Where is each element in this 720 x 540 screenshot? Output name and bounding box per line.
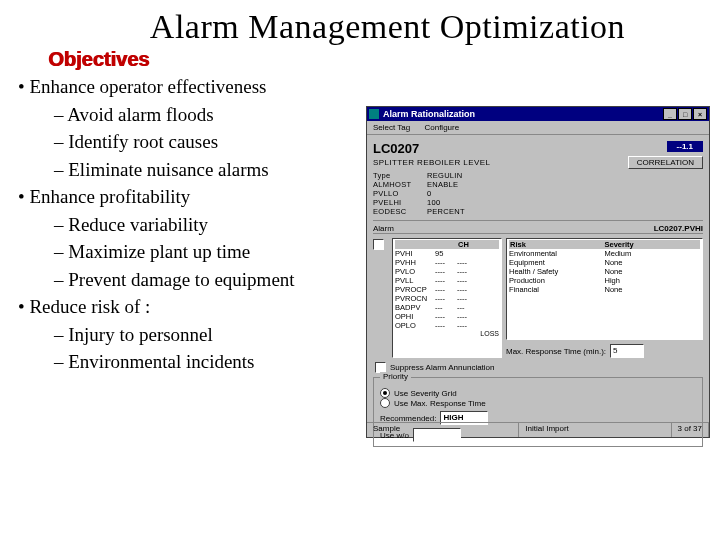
alarm-row[interactable]: PVLO--------	[395, 267, 499, 276]
param-value: 100	[427, 198, 703, 207]
priority-title: Priority	[380, 372, 411, 381]
header-badge: --1.1	[667, 141, 703, 152]
risk-list[interactable]: RiskSeverityEnvironmentalMediumEquipment…	[506, 238, 703, 340]
alarm-row[interactable]: PVROCN--------	[395, 294, 499, 303]
titlebar: Alarm Rationalization _ □ ×	[367, 107, 709, 121]
risk-row[interactable]: EquipmentNone	[509, 258, 700, 267]
app-window: Alarm Rationalization _ □ × Select Tag C…	[366, 106, 710, 438]
menu-configure[interactable]: Configure	[424, 123, 459, 132]
param-key: PVELHI	[373, 198, 427, 207]
param-value: PERCENT	[427, 207, 703, 216]
slide-title: Alarm Management Optimization	[55, 8, 720, 46]
param-value: 0	[427, 189, 703, 198]
opt1-label: Use Severity Grid	[394, 389, 457, 398]
close-button[interactable]: ×	[693, 108, 707, 120]
suppress-label: Suppress Alarm Annunciation	[390, 363, 495, 372]
radio-severity-grid[interactable]	[380, 388, 390, 398]
alarm-row[interactable]: OPLO--------	[395, 321, 499, 330]
risk-row[interactable]: ProductionHigh	[509, 276, 700, 285]
param-grid: TypeREGULINALMHOSTENABLEPVLLO0PVELHI100E…	[373, 171, 703, 216]
status-left: Sample	[367, 423, 519, 437]
alarm-row[interactable]: PVROCP--------	[395, 285, 499, 294]
radio-max-rt[interactable]	[380, 398, 390, 408]
status-right: 3 of 37	[672, 423, 709, 437]
menubar: Select Tag Configure	[367, 121, 709, 135]
alarm-row-checkbox[interactable]	[373, 239, 384, 250]
alarm-list[interactable]: CHPVHI95PVHH--------PVLO--------PVLL----…	[392, 238, 502, 358]
param-value: REGULIN	[427, 171, 703, 180]
alarm-row[interactable]: PVHI95	[395, 249, 499, 258]
tag-description: SPLITTER REBOILER LEVEL	[373, 158, 490, 167]
app-icon	[369, 109, 379, 119]
pv-point-label: LC0207.PVHI	[654, 224, 703, 233]
alarm-row[interactable]: PVHH--------	[395, 258, 499, 267]
alarm-row[interactable]: PVLL--------	[395, 276, 499, 285]
risk-row[interactable]: FinancialNone	[509, 285, 700, 294]
opt2-label: Use Max. Response Time	[394, 399, 486, 408]
alarm-label: Alarm	[373, 224, 394, 233]
param-value: ENABLE	[427, 180, 703, 189]
param-key: ALMHOST	[373, 180, 427, 189]
alarm-row[interactable]: OPHI--------	[395, 312, 499, 321]
bullet-level-1: Enhance operator effectiveness	[18, 73, 720, 101]
max-rt-label: Max. Response Time (min.):	[506, 347, 606, 356]
risk-row[interactable]: Health / SafetyNone	[509, 267, 700, 276]
risk-row[interactable]: EnvironmentalMedium	[509, 249, 700, 258]
correlation-button[interactable]: CORRELATION	[628, 156, 703, 169]
tag-name: LC0207	[373, 141, 490, 156]
param-key: EODESC	[373, 207, 427, 216]
statusbar: Sample Initial Import 3 of 37	[367, 422, 709, 437]
window-title: Alarm Rationalization	[383, 109, 475, 119]
max-rt-value[interactable]: 5	[610, 344, 644, 358]
param-key: PVLLO	[373, 189, 427, 198]
maximize-button[interactable]: □	[678, 108, 692, 120]
alarm-row[interactable]: BADPV------	[395, 303, 499, 312]
objectives-heading: Objectives	[48, 48, 720, 71]
minimize-button[interactable]: _	[663, 108, 677, 120]
param-key: Type	[373, 171, 427, 180]
menu-select-tag[interactable]: Select Tag	[373, 123, 410, 132]
status-mid: Initial Import	[519, 423, 671, 437]
